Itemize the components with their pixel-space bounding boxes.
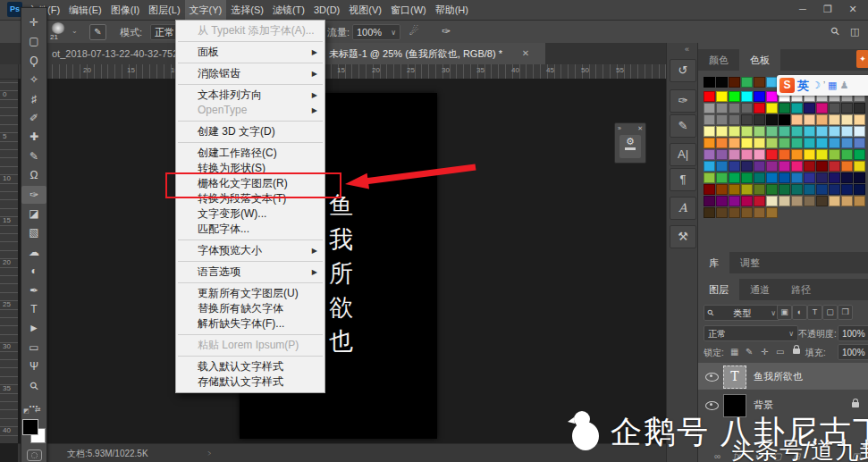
glyphs-panel-icon[interactable]: A xyxy=(670,197,696,220)
type-filter-icon[interactable]: T xyxy=(807,305,822,320)
color-swatch[interactable] xyxy=(754,103,765,113)
color-swatch[interactable] xyxy=(841,138,853,148)
menubar-item-window[interactable]: 窗口(W) xyxy=(386,0,431,20)
fill-field[interactable]: 100% xyxy=(838,344,868,360)
type-tool[interactable]: T xyxy=(21,300,46,318)
menu-item[interactable]: 替换所有缺欠字体 xyxy=(176,301,324,316)
color-swatch[interactable] xyxy=(841,149,853,160)
menu-item[interactable]: 文字变形(W)... xyxy=(176,206,324,222)
character-panel-button[interactable]: ⚙ xyxy=(619,135,641,158)
opacity-field[interactable]: 100% xyxy=(838,325,868,341)
lock-transparency-icon[interactable]: ▦ xyxy=(730,347,738,357)
color-swatch[interactable] xyxy=(741,196,753,206)
color-swatch[interactable] xyxy=(716,114,728,125)
lock-pixels-icon[interactable]: ✎ xyxy=(746,347,753,357)
color-swatch[interactable] xyxy=(791,149,803,160)
color-swatch[interactable] xyxy=(741,149,753,160)
smoothing-icon[interactable]: ✑ xyxy=(442,25,451,38)
color-swatch[interactable] xyxy=(766,138,778,148)
color-swatch[interactable] xyxy=(841,114,853,125)
flow-select[interactable]: 100% ∨ xyxy=(352,24,400,40)
color-swatch[interactable] xyxy=(779,149,790,160)
gradient-tool[interactable]: ▧ xyxy=(21,223,46,241)
color-swatch[interactable] xyxy=(841,184,853,195)
color-swatch[interactable] xyxy=(716,196,728,206)
layer-style-icon[interactable]: fx xyxy=(734,451,741,461)
color-swatch[interactable] xyxy=(829,172,840,183)
color-swatch[interactable] xyxy=(766,196,778,206)
color-swatch[interactable] xyxy=(854,114,865,125)
color-swatch[interactable] xyxy=(779,126,790,137)
text-layer-thumbnail[interactable]: T xyxy=(723,365,746,389)
recent-swatch[interactable] xyxy=(729,77,740,88)
color-swatch[interactable] xyxy=(704,103,715,113)
blur-tool[interactable]: ☁ xyxy=(21,243,46,261)
ime-keyboard-icon[interactable]: ▦ xyxy=(828,80,837,91)
tab-颜色[interactable]: 颜色 xyxy=(698,49,739,71)
color-swatch[interactable] xyxy=(754,172,765,183)
color-swatch[interactable] xyxy=(804,126,815,137)
color-swatch[interactable] xyxy=(754,184,765,195)
color-swatch[interactable] xyxy=(716,91,728,102)
sogou-ime-icon[interactable]: S xyxy=(780,78,795,93)
new-group-icon[interactable]: ▢ xyxy=(773,451,781,461)
panel-close-icon[interactable]: ✕ xyxy=(637,123,643,133)
color-swatch[interactable] xyxy=(704,207,715,218)
dodge-tool[interactable]: ◐ xyxy=(21,262,46,280)
marquee-tool[interactable]: ▢ xyxy=(21,32,46,50)
menubar-item-3d[interactable]: 3D(D) xyxy=(309,0,344,20)
menubar-item-image[interactable]: 图像(I) xyxy=(106,0,144,20)
color-swatch[interactable] xyxy=(754,91,765,102)
color-swatch[interactable] xyxy=(791,103,803,113)
color-swatch[interactable] xyxy=(754,207,765,218)
color-swatch[interactable] xyxy=(791,138,803,148)
color-swatch[interactable] xyxy=(854,172,865,183)
brush-settings-panel-icon[interactable]: ✑ xyxy=(670,89,696,113)
color-swatch[interactable] xyxy=(779,161,790,172)
color-swatch[interactable] xyxy=(704,161,715,172)
menu-item[interactable]: 匹配字体... xyxy=(176,222,324,237)
new-layer-icon[interactable]: ⊞ xyxy=(793,451,800,461)
color-swatch[interactable] xyxy=(729,149,740,160)
recent-swatch[interactable] xyxy=(704,77,715,88)
brush-preset-caret[interactable]: ⌄ xyxy=(72,27,78,35)
color-swatch[interactable] xyxy=(704,196,715,206)
color-swatch[interactable] xyxy=(816,114,828,125)
color-swatch[interactable] xyxy=(779,172,790,183)
layer-filter-select[interactable]: ⚲ 类型 ∨ xyxy=(704,305,780,321)
color-swatch[interactable] xyxy=(779,196,790,206)
eraser-tool[interactable]: ◪ xyxy=(21,205,46,223)
color-swatch[interactable] xyxy=(829,103,840,113)
status-arrow-icon[interactable]: ﹥ xyxy=(206,448,214,459)
color-swatch[interactable] xyxy=(729,207,740,218)
document-tab-active[interactable]: 未标题-1 @ 25% (鱼我所欲也, RGB/8) * xyxy=(322,43,545,64)
color-swatch[interactable] xyxy=(779,138,790,148)
color-swatch[interactable] xyxy=(816,126,828,137)
color-swatch[interactable] xyxy=(716,126,728,137)
color-swatch[interactable] xyxy=(704,126,715,137)
menu-item[interactable]: 面板▶ xyxy=(176,45,324,60)
color-swatch[interactable] xyxy=(766,161,778,172)
color-swatch[interactable] xyxy=(804,149,815,160)
color-swatch[interactable] xyxy=(729,184,740,195)
blend-mode-select[interactable]: 正常 ∨ xyxy=(704,325,798,341)
color-swatch[interactable] xyxy=(854,138,865,148)
tool-presets-panel-icon[interactable]: ⚒ xyxy=(670,225,696,248)
color-swatch[interactable] xyxy=(716,207,728,218)
color-swatch[interactable] xyxy=(816,103,828,113)
adjustment-filter-icon[interactable]: ◐ xyxy=(792,305,807,320)
quick-selection-tool[interactable]: ✧ xyxy=(21,71,46,88)
color-swatch[interactable] xyxy=(729,161,740,172)
panel-expand-icon[interactable]: » xyxy=(618,123,621,133)
menu-item[interactable]: 解析缺失字体(F)... xyxy=(176,316,324,332)
color-swatch[interactable] xyxy=(766,172,778,183)
menubar-item-edit[interactable]: 编辑(E) xyxy=(64,0,106,20)
close-button[interactable]: ✕ xyxy=(847,0,859,20)
airbrush-icon[interactable]: ☄ xyxy=(409,25,419,38)
path-selection-tool[interactable]: ► xyxy=(21,319,46,337)
color-swatch[interactable] xyxy=(779,184,790,195)
healing-brush-tool[interactable]: ✚ xyxy=(21,128,46,146)
ime-punctuation-icon[interactable]: ’ xyxy=(823,80,825,90)
color-swatch[interactable] xyxy=(816,172,828,183)
color-swatch[interactable] xyxy=(766,207,778,218)
